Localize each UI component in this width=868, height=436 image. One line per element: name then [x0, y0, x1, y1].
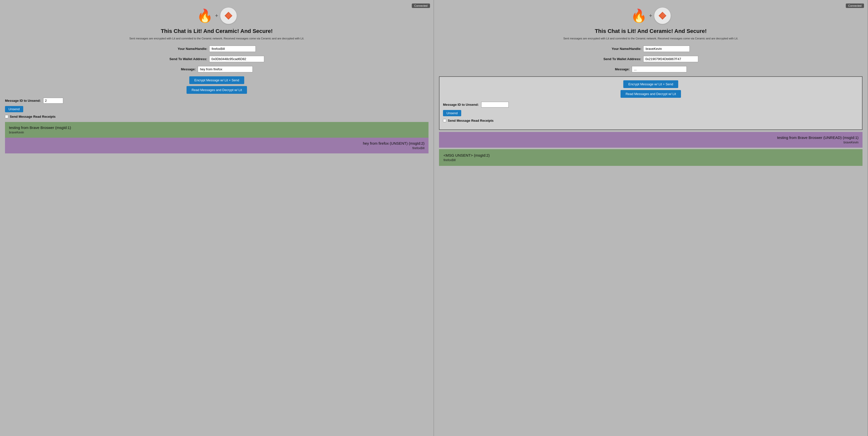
left-messages-area: testing from Brave Broswer (msgId:1) bra…: [5, 122, 429, 154]
right-encrypt-button[interactable]: Encrypt Message w/ Lit + Send: [623, 80, 678, 88]
left-name-label: Your Name/Handle:: [178, 47, 208, 51]
right-panel: Connected 🔥 + This Chat is Lit! And Cera…: [434, 0, 868, 436]
right-app-subtitle: Sent messages are encrypted with Lit and…: [439, 36, 863, 41]
right-msg-1-sender: braveKevin: [443, 141, 859, 144]
left-unsend-row: Message ID to Unsend:: [5, 98, 429, 103]
left-receipts-checkbox[interactable]: [5, 115, 8, 118]
right-message-input[interactable]: [632, 66, 687, 72]
diamond-circle: [220, 7, 237, 24]
left-msg-2-text: hey from firefox (UNSENT) (msgId:2): [9, 141, 425, 145]
left-receipts-label: Send Message Read Receipts: [10, 115, 56, 119]
diamond-icon: [224, 11, 233, 21]
left-encrypt-button[interactable]: Encrypt Message w/ Lit + Send: [189, 76, 244, 84]
right-wallet-label: Send To Wallet Address:: [603, 57, 641, 61]
left-panel: Connected 🔥 + This Chat is Lit! And Cera…: [0, 0, 434, 436]
right-receipts-row: Send Message Read Receipts: [443, 119, 859, 123]
right-buttons-area: Encrypt Message w/ Lit + Send Read Messa…: [443, 80, 859, 98]
right-wallet-input[interactable]: [643, 56, 698, 62]
left-msg-1-text: testing from Brave Broswer (msgId:1): [9, 126, 425, 130]
right-logo-area: 🔥 +: [439, 7, 863, 24]
right-diamond-circle: [654, 7, 671, 24]
right-inner-box: Encrypt Message w/ Lit + Send Read Messa…: [439, 76, 863, 130]
left-msg-2-sender: firefoxBill: [9, 146, 425, 150]
left-unsend-label: Message ID to Unsend:: [5, 99, 41, 102]
left-name-input[interactable]: [209, 46, 256, 52]
left-unsend-input[interactable]: [43, 98, 63, 103]
left-buttons-area: Encrypt Message w/ Lit + Send Read Messa…: [5, 76, 429, 94]
right-app-title: This Chat is Lit! And Ceramic! And Secur…: [439, 28, 863, 34]
right-connected-badge: Connected: [846, 3, 864, 8]
right-read-button[interactable]: Read Messages and Decrypt w/ Lit: [621, 90, 681, 98]
right-unsend-input[interactable]: [481, 102, 509, 107]
left-wallet-input[interactable]: [209, 56, 264, 62]
left-unsend-button[interactable]: Unsend: [5, 106, 23, 112]
left-wallet-label: Send To Wallet Address:: [169, 57, 207, 61]
left-logo-area: 🔥 +: [5, 7, 429, 24]
left-app-subtitle: Sent messages are encrypted with Lit and…: [5, 36, 429, 41]
plus-sign: +: [215, 12, 218, 19]
right-wallet-row: Send To Wallet Address:: [439, 56, 863, 62]
right-unsend-row: Message ID to Unsend:: [443, 102, 859, 107]
left-connected-badge: Connected: [412, 3, 430, 8]
right-messages-area: testing from Brave Broswer (UNREAD) (msg…: [439, 132, 863, 166]
left-name-row: Your Name/Handle:: [5, 46, 429, 52]
right-message-row: Message:: [439, 66, 863, 72]
left-app-title: This Chat is Lit! And Ceramic! And Secur…: [5, 28, 429, 34]
right-unsend-button[interactable]: Unsend: [443, 110, 461, 116]
left-message-2: hey from firefox (UNSENT) (msgId:2) fire…: [5, 138, 429, 154]
flame-icon: 🔥: [197, 9, 213, 22]
right-name-row: Your Name/Handle:: [439, 46, 863, 52]
right-msg-2-sender: firefoxBill: [443, 158, 858, 162]
left-msg-1-sender: braveKevin: [9, 131, 425, 134]
right-name-label: Your Name/Handle:: [612, 47, 642, 51]
right-receipts-label: Send Message Read Receipts: [448, 119, 494, 123]
right-receipts-checkbox[interactable]: [443, 119, 446, 122]
left-message-input[interactable]: [198, 66, 253, 72]
right-message-1: testing from Brave Broswer (UNREAD) (msg…: [439, 132, 863, 148]
left-message-label: Message:: [181, 67, 195, 71]
left-message-1: testing from Brave Broswer (msgId:1) bra…: [5, 122, 429, 138]
right-diamond-icon: [658, 11, 667, 21]
left-read-button[interactable]: Read Messages and Decrypt w/ Lit: [187, 86, 247, 94]
right-message-2: <MSG UNSENT> (msgId:2) firefoxBill: [439, 149, 863, 166]
left-receipts-row: Send Message Read Receipts: [5, 115, 429, 119]
right-msg-2-text: <MSG UNSENT> (msgId:2): [443, 153, 858, 157]
left-wallet-row: Send To Wallet Address:: [5, 56, 429, 62]
right-name-input[interactable]: [643, 46, 690, 52]
left-message-row: Message:: [5, 66, 429, 72]
right-plus-sign: +: [649, 12, 652, 19]
right-unsend-label: Message ID to Unsend:: [443, 103, 479, 106]
right-message-label: Message:: [615, 67, 629, 71]
right-flame-icon: 🔥: [631, 9, 647, 22]
right-msg-1-text: testing from Brave Broswer (UNREAD) (msg…: [443, 135, 859, 140]
